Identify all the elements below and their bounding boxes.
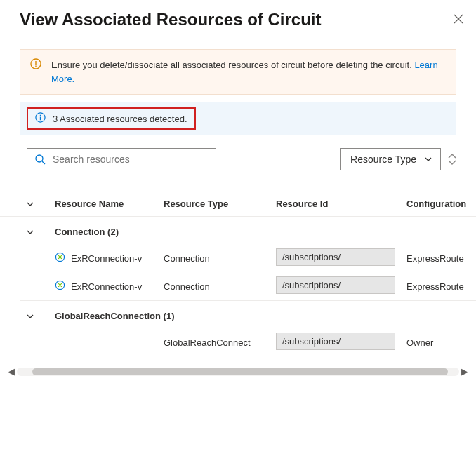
- sort-label: Resource Type: [350, 154, 416, 165]
- sort-dropdown[interactable]: Resource Type: [340, 148, 441, 170]
- connection-icon: [55, 280, 65, 293]
- horizontal-scrollbar[interactable]: ◀ ▶: [6, 366, 470, 377]
- connection-icon: [55, 252, 65, 264]
- resource-type: Connection: [164, 281, 276, 292]
- group-label: GlobalReachConnection (1): [55, 311, 174, 321]
- svg-rect-2: [35, 66, 36, 67]
- resource-type: GlobalReachConnect: [164, 337, 276, 348]
- col-header-id[interactable]: Resource Id: [276, 199, 406, 209]
- scroll-left-arrow[interactable]: ◀: [6, 366, 17, 377]
- info-text: 3 Associated resources detected.: [53, 114, 187, 124]
- group-header[interactable]: Connection (2): [0, 217, 476, 244]
- svg-point-6: [36, 155, 43, 162]
- search-input-wrap[interactable]: [27, 148, 216, 170]
- scroll-thumb[interactable]: [32, 368, 448, 375]
- chevron-down-icon[interactable]: [25, 199, 35, 209]
- chevron-down-icon: [423, 154, 433, 164]
- resource-type: Connection: [164, 253, 276, 264]
- resource-conf: ExpressRoute: [406, 281, 476, 292]
- table-header: Resource Name Resource Type Resource Id …: [0, 175, 476, 217]
- table-row[interactable]: ExRConnection-v Connection /subscription…: [0, 272, 476, 300]
- table-row[interactable]: GlobalReachConnect /subscriptions/ Owner: [0, 328, 476, 356]
- col-header-conf[interactable]: Configuration: [406, 199, 476, 209]
- resource-id[interactable]: /subscriptions/: [276, 276, 395, 294]
- col-header-type[interactable]: Resource Type: [164, 199, 276, 209]
- table-row[interactable]: ExRConnection-v Connection /subscription…: [0, 244, 476, 272]
- page-title: View Associated Resources of Circuit: [20, 10, 321, 29]
- group-label: Connection (2): [55, 227, 119, 237]
- sort-down-icon: [448, 160, 456, 166]
- svg-rect-1: [35, 61, 36, 65]
- close-button[interactable]: [454, 14, 463, 26]
- info-icon: [35, 112, 46, 125]
- svg-rect-5: [40, 115, 41, 116]
- warning-text: Ensure you delete/dissociate all associa…: [51, 60, 414, 70]
- resource-conf: Owner: [406, 337, 476, 348]
- scroll-right-arrow[interactable]: ▶: [459, 366, 470, 377]
- sort-up-icon: [448, 153, 456, 159]
- col-header-name[interactable]: Resource Name: [55, 199, 164, 209]
- svg-rect-4: [40, 117, 41, 121]
- close-icon: [454, 14, 463, 24]
- search-input[interactable]: [53, 154, 209, 165]
- search-icon: [34, 154, 46, 165]
- resource-id[interactable]: /subscriptions/: [276, 248, 395, 266]
- warning-banner: Ensure you delete/dissociate all associa…: [20, 49, 456, 95]
- group-header[interactable]: GlobalReachConnection (1): [0, 301, 476, 328]
- resource-name: ExRConnection-v: [71, 253, 142, 264]
- resource-name: ExRConnection-v: [71, 281, 142, 292]
- resource-id[interactable]: /subscriptions/: [276, 333, 395, 350]
- info-banner: 3 Associated resources detected.: [20, 102, 456, 135]
- chevron-down-icon: [25, 311, 35, 321]
- svg-line-7: [42, 161, 45, 164]
- sort-direction-toggle[interactable]: [448, 153, 456, 166]
- resource-conf: ExpressRoute: [406, 253, 476, 264]
- warning-icon: [30, 58, 41, 72]
- chevron-down-icon: [25, 227, 35, 237]
